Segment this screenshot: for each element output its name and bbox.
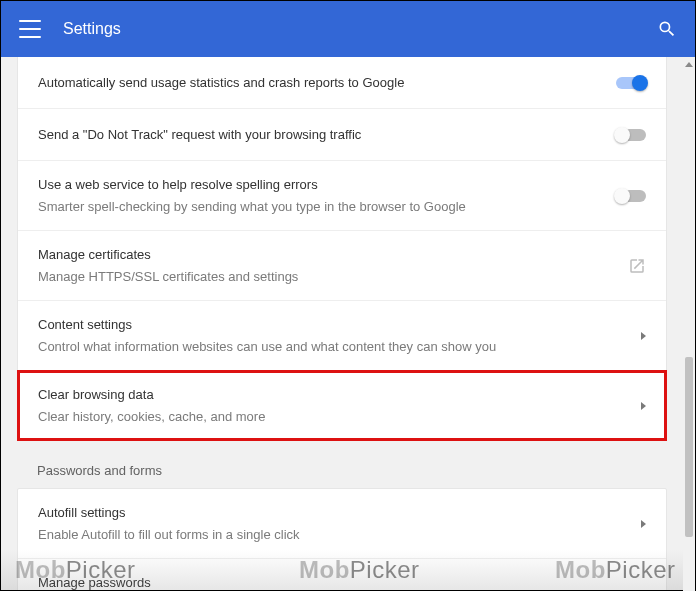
content-area: Automatically send usage statistics and … bbox=[1, 57, 683, 590]
row-title: Manage certificates bbox=[38, 245, 606, 265]
chevron-right-icon bbox=[641, 402, 646, 410]
row-subtitle: Smarter spell-checking by sending what y… bbox=[38, 197, 606, 217]
row-autofill-settings[interactable]: Autofill settings Enable Autofill to fil… bbox=[18, 489, 666, 559]
settings-window: Settings Automatically send usage statis… bbox=[0, 0, 696, 591]
row-accessory bbox=[606, 190, 646, 202]
row-accessory bbox=[606, 590, 646, 591]
row-accessory bbox=[606, 77, 646, 89]
chevron-right-icon bbox=[641, 520, 646, 528]
appbar-title: Settings bbox=[63, 20, 657, 38]
vertical-scrollbar[interactable] bbox=[683, 57, 695, 591]
row-text: Manage passwords Offer to save your web … bbox=[38, 573, 606, 590]
row-text: Send a "Do Not Track" request with your … bbox=[38, 125, 606, 145]
row-clear-browsing-data[interactable]: Clear browsing data Clear history, cooki… bbox=[18, 371, 666, 440]
menu-icon[interactable] bbox=[19, 20, 41, 38]
scrollbar-thumb[interactable] bbox=[685, 357, 693, 537]
row-title: Manage passwords bbox=[38, 573, 606, 590]
row-usage-stats[interactable]: Automatically send usage statistics and … bbox=[18, 57, 666, 109]
scroll-up-icon[interactable] bbox=[683, 57, 695, 71]
chevron-right-icon bbox=[641, 590, 646, 591]
row-accessory bbox=[606, 129, 646, 141]
row-text: Automatically send usage statistics and … bbox=[38, 73, 606, 93]
row-subtitle: Clear history, cookies, cache, and more bbox=[38, 407, 606, 427]
open-external-icon[interactable] bbox=[606, 257, 646, 275]
chevron-right-icon bbox=[641, 332, 646, 340]
row-subtitle: Manage HTTPS/SSL certificates and settin… bbox=[38, 267, 606, 287]
toggle-do-not-track[interactable] bbox=[616, 129, 646, 141]
row-accessory bbox=[606, 402, 646, 410]
row-text: Use a web service to help resolve spelli… bbox=[38, 175, 606, 216]
row-manage-passwords[interactable]: Manage passwords Offer to save your web … bbox=[18, 559, 666, 590]
row-accessory bbox=[606, 520, 646, 528]
passwords-section-card: Autofill settings Enable Autofill to fil… bbox=[17, 488, 667, 590]
row-subtitle: Enable Autofill to fill out forms in a s… bbox=[38, 525, 606, 545]
row-text: Clear browsing data Clear history, cooki… bbox=[38, 385, 606, 426]
row-text: Manage certificates Manage HTTPS/SSL cer… bbox=[38, 245, 606, 286]
row-title: Automatically send usage statistics and … bbox=[38, 73, 606, 93]
toggle-spell-check[interactable] bbox=[616, 190, 646, 202]
row-content-settings[interactable]: Content settings Control what informatio… bbox=[18, 301, 666, 371]
row-do-not-track[interactable]: Send a "Do Not Track" request with your … bbox=[18, 109, 666, 161]
toggle-usage-stats[interactable] bbox=[616, 77, 646, 89]
row-subtitle: Control what information websites can us… bbox=[38, 337, 606, 357]
search-icon[interactable] bbox=[657, 19, 677, 39]
row-spell-check[interactable]: Use a web service to help resolve spelli… bbox=[18, 161, 666, 231]
row-text: Content settings Control what informatio… bbox=[38, 315, 606, 356]
row-manage-certificates[interactable]: Manage certificates Manage HTTPS/SSL cer… bbox=[18, 231, 666, 301]
section-header-passwords: Passwords and forms bbox=[1, 441, 683, 488]
row-title: Send a "Do Not Track" request with your … bbox=[38, 125, 606, 145]
row-text: Autofill settings Enable Autofill to fil… bbox=[38, 503, 606, 544]
row-title: Autofill settings bbox=[38, 503, 606, 523]
row-title: Use a web service to help resolve spelli… bbox=[38, 175, 606, 195]
row-accessory bbox=[606, 332, 646, 340]
privacy-section-card: Automatically send usage statistics and … bbox=[17, 57, 667, 441]
row-title: Content settings bbox=[38, 315, 606, 335]
appbar: Settings bbox=[1, 1, 695, 57]
row-title: Clear browsing data bbox=[38, 385, 606, 405]
